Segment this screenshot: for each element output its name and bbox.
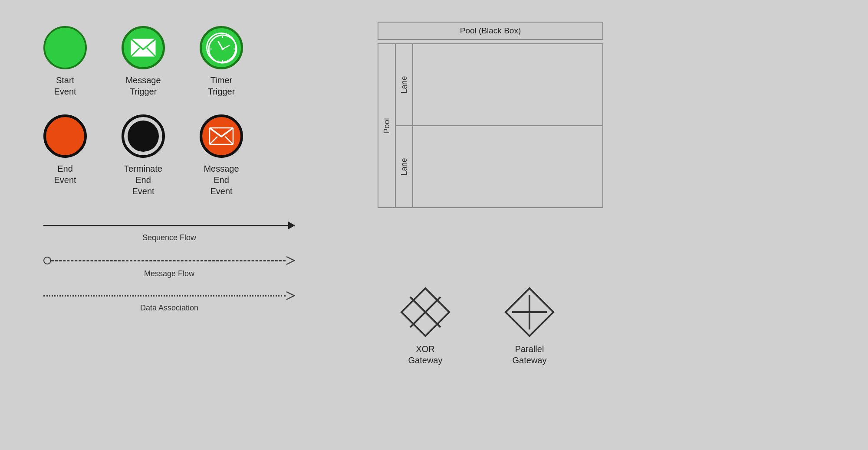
start-event-circle[interactable]: [43, 26, 87, 69]
message-end-envelope-icon: [209, 127, 234, 145]
lane-1-content: [413, 44, 602, 125]
pool-label: Pool: [382, 118, 391, 134]
xor-gateway-item: XORGateway: [399, 286, 451, 366]
sequence-flow-line: [43, 221, 295, 230]
clock-svg: [207, 34, 238, 64]
diagram-area: StartEvent MessageTrigger: [0, 0, 868, 450]
message-flow-arrow: [286, 256, 295, 265]
sequence-flow-item: Sequence Flow: [43, 221, 295, 242]
message-trigger-envelope-icon: [130, 38, 156, 57]
xor-gateway-svg: [399, 286, 451, 338]
data-association-label: Data Association: [43, 303, 295, 313]
parallel-gateway-container[interactable]: [503, 286, 556, 338]
lane-row-1: Lane: [396, 44, 602, 126]
pool-black-box[interactable]: Pool (Black Box): [378, 22, 603, 40]
flows-section: Sequence Flow Message Flow Data As: [43, 221, 295, 326]
data-association-item: Data Association: [43, 291, 295, 313]
xor-gateway-label: XORGateway: [408, 343, 443, 366]
lane-row-2: Lane: [396, 126, 602, 207]
message-flow-line: [43, 255, 295, 266]
parallel-gateway-label: ParallelGateway: [513, 343, 547, 366]
svg-line-4: [218, 42, 223, 49]
sequence-flow-arrow: [288, 222, 295, 229]
pool-section: Pool (Black Box) Pool Lane Lane: [378, 22, 603, 208]
start-event-label: StartEvent: [54, 75, 76, 97]
timer-trigger-item: TimerTrigger: [200, 26, 243, 97]
terminate-end-event-item: TerminateEndEvent: [122, 114, 165, 197]
terminate-end-event-label: TerminateEndEvent: [124, 163, 162, 197]
pool-container: Pool Lane Lane: [378, 43, 603, 208]
message-end-event-label: MessageEndEvent: [204, 163, 239, 197]
message-trigger-circle[interactable]: [122, 26, 165, 69]
message-trigger-label: MessageTrigger: [125, 75, 161, 97]
sequence-flow-label: Sequence Flow: [43, 233, 295, 242]
clock-face: [206, 33, 237, 63]
start-event-item: StartEvent: [43, 26, 87, 97]
gateways-section: XORGateway ParallelGateway: [399, 286, 556, 366]
data-association-line: [43, 291, 295, 300]
sequence-flow-line-body: [43, 225, 288, 226]
message-flow-circle: [43, 257, 51, 264]
lane-2-label-col: Lane: [396, 126, 413, 207]
lane-2-content: [413, 126, 602, 207]
message-end-event-item: MessageEndEvent: [200, 114, 243, 197]
lane-1-label: Lane: [400, 76, 409, 93]
pool-label-col: Pool: [378, 44, 396, 207]
events-row-1: StartEvent MessageTrigger: [43, 26, 243, 97]
parallel-gateway-item: ParallelGateway: [503, 286, 556, 366]
svg-line-5: [223, 46, 229, 49]
message-flow-item: Message Flow: [43, 255, 295, 278]
timer-trigger-label: TimerTrigger: [208, 75, 235, 97]
timer-trigger-circle[interactable]: [200, 26, 243, 69]
terminate-end-event-circle[interactable]: [122, 114, 165, 158]
lane-1-label-col: Lane: [396, 44, 413, 125]
message-end-event-circle[interactable]: [200, 114, 243, 158]
lane-2-label: Lane: [400, 158, 409, 175]
message-flow-label: Message Flow: [43, 269, 295, 278]
xor-gateway-container[interactable]: [399, 286, 451, 338]
terminate-end-inner: [128, 121, 159, 152]
message-trigger-item: MessageTrigger: [122, 26, 165, 97]
end-event-circle[interactable]: [43, 114, 87, 158]
events-section: StartEvent MessageTrigger: [43, 26, 243, 197]
data-association-arrow: [286, 291, 295, 300]
end-event-item: EndEvent: [43, 114, 87, 186]
message-flow-dashed: [51, 260, 286, 261]
parallel-gateway-svg: [503, 286, 556, 338]
data-association-dotted: [43, 295, 286, 297]
svg-point-6: [222, 48, 224, 50]
lanes-col: Lane Lane: [396, 44, 602, 207]
end-event-label: EndEvent: [54, 163, 76, 186]
events-row-2: EndEvent TerminateEndEvent: [43, 114, 243, 197]
